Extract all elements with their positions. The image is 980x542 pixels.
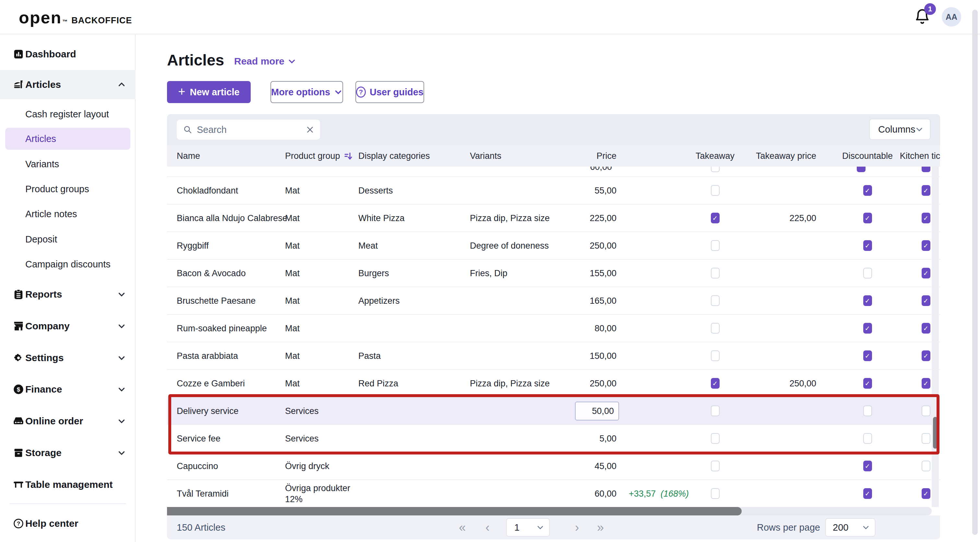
table-row[interactable]: Bianca alla Ndujo CalabreseMatWhite Pizz…	[167, 204, 940, 232]
checkbox[interactable]: ✓	[922, 488, 931, 499]
scrollbar-track[interactable]	[167, 507, 932, 515]
checkbox[interactable]	[711, 461, 720, 471]
checkbox[interactable]: ✓	[922, 213, 931, 223]
read-more-link[interactable]: Read more	[234, 56, 296, 67]
last-page-button[interactable]: »	[597, 521, 604, 534]
sidebar-item-variants[interactable]: Variants	[0, 157, 135, 171]
checkbox[interactable]	[711, 268, 720, 278]
sidebar-item-campaign-discounts[interactable]: Campaign discounts	[0, 257, 135, 271]
column-header-name[interactable]: Name	[167, 151, 285, 161]
sidebar-item-finance[interactable]: $ Finance	[0, 380, 135, 399]
checkbox[interactable]: ✓	[922, 268, 931, 278]
table-row[interactable]: Pasta arabbiataMatPasta150,00✓✓	[167, 342, 940, 369]
sidebar-item-articles[interactable]: Articles	[0, 70, 135, 99]
checkbox[interactable]: ✓	[863, 185, 872, 196]
checkbox[interactable]: ✓	[711, 378, 720, 389]
checkbox[interactable]	[711, 167, 720, 172]
sidebar-item-cash-register-layout[interactable]: Cash register layout	[0, 107, 135, 121]
checkbox[interactable]: ✓	[922, 240, 931, 251]
table-row[interactable]: Rum-soaked pineappleMat80,00✓✓	[167, 314, 940, 342]
search-input[interactable]	[197, 124, 294, 135]
checkbox[interactable]	[922, 433, 931, 444]
checkbox[interactable]: ✓	[863, 213, 872, 223]
checkbox[interactable]: ✓	[922, 378, 931, 389]
checkbox[interactable]: ✓	[863, 378, 872, 389]
table-row[interactable]: Service feeServices5,00	[167, 424, 940, 452]
page-scrollbar[interactable]	[972, 10, 978, 535]
sidebar-item-reports[interactable]: Reports	[0, 285, 135, 304]
checkbox[interactable]	[711, 240, 720, 251]
table-vertical-scrollbar[interactable]	[932, 167, 939, 507]
next-page-button[interactable]: ›	[575, 521, 579, 534]
checkbox[interactable]	[711, 295, 720, 306]
checkbox[interactable]: ✓	[711, 213, 720, 223]
checkbox[interactable]: ✓	[863, 295, 872, 306]
checkbox[interactable]	[711, 323, 720, 334]
table-row[interactable]: RyggbiffMatMeatDegree of doneness250,00✓…	[167, 232, 940, 259]
sidebar-item-online-order[interactable]: Online order	[0, 412, 135, 431]
checkbox[interactable]: ✓	[863, 323, 872, 334]
column-header-takeaway-price[interactable]: Takeaway price	[809, 151, 842, 161]
checkbox[interactable]	[711, 433, 720, 444]
table-row[interactable]: ChokladfondantMatDesserts55,00✓✓	[167, 176, 940, 204]
sidebar-item-dashboard[interactable]: Dashboard	[0, 44, 135, 64]
checkbox[interactable]	[711, 488, 720, 499]
column-header-kitchen-ticket[interactable]: Kitchen ticket	[893, 151, 940, 161]
avatar[interactable]: AA	[942, 7, 961, 27]
user-guides-button[interactable]: ? User guides	[355, 81, 424, 103]
clear-search-icon[interactable]	[306, 126, 314, 134]
price-input[interactable]: 50,00	[575, 402, 619, 420]
checkbox[interactable]: ✓	[863, 350, 872, 361]
checkbox[interactable]: ✓	[863, 461, 872, 471]
columns-dropdown[interactable]: Columns	[869, 119, 931, 140]
table-row[interactable]: Tvål TeramidiÖvriga produkter12%60,00✓✓+…	[167, 480, 940, 507]
checkbox[interactable]	[863, 405, 872, 416]
checkbox[interactable]: ✓	[863, 240, 872, 251]
clipped-table-row[interactable]: 60,00	[167, 167, 940, 176]
page-select[interactable]: 1	[506, 518, 550, 537]
checkbox[interactable]	[922, 461, 931, 471]
checkbox[interactable]	[711, 185, 720, 196]
scrollbar-thumb[interactable]	[933, 417, 937, 449]
sidebar-item-table-management[interactable]: Table management	[0, 475, 135, 494]
table-row[interactable]: Cozze e GamberiMatRed PizzaPizza dip, Pi…	[167, 369, 940, 397]
checkbox[interactable]	[857, 167, 865, 172]
brand-logo[interactable]: open ™ BACKOFFICE	[19, 8, 132, 27]
scrollbar-thumb[interactable]	[167, 507, 741, 515]
column-header-display-categories[interactable]: Display categories	[358, 151, 470, 161]
sidebar-item-company[interactable]: Company	[0, 316, 135, 336]
checkbox[interactable]	[711, 405, 720, 416]
sidebar-item-storage[interactable]: Storage	[0, 443, 135, 463]
checkbox[interactable]	[863, 433, 872, 444]
sidebar-item-product-groups[interactable]: Product groups	[0, 182, 135, 196]
checkbox[interactable]: ✓	[922, 350, 931, 361]
table-row[interactable]: CapuccinoÖvrig dryck45,00✓	[167, 452, 940, 480]
first-page-button[interactable]: «	[459, 521, 466, 534]
column-header-price[interactable]: Price	[573, 151, 621, 161]
checkbox[interactable]	[922, 167, 931, 172]
column-header-product-group[interactable]: Product group	[285, 151, 358, 161]
rows-per-page-select[interactable]: 200	[825, 518, 875, 537]
previous-page-button[interactable]: ‹	[485, 521, 490, 534]
sidebar-item-settings[interactable]: Settings	[0, 348, 135, 367]
table-horizontal-scrollbar[interactable]	[167, 507, 940, 515]
sidebar-item-articles-list[interactable]: Articles	[5, 128, 130, 150]
table-row[interactable]: Bruschette PaesaneMatAppetizers165,00✓✓	[167, 286, 940, 314]
sidebar-item-deposit[interactable]: Deposit	[0, 232, 135, 246]
column-header-variants[interactable]: Variants	[470, 151, 573, 161]
checkbox[interactable]: ✓	[922, 185, 931, 196]
checkbox[interactable]	[711, 350, 720, 361]
table-row[interactable]: Delivery serviceServices50,00	[167, 397, 940, 424]
sidebar-item-article-notes[interactable]: Article notes	[0, 207, 135, 221]
column-header-discountable[interactable]: Discountable	[842, 151, 893, 161]
sidebar-item-help-center[interactable]: ? Help center	[0, 514, 135, 533]
new-article-button[interactable]: + New article	[167, 81, 251, 103]
checkbox[interactable]	[863, 268, 872, 278]
table-row[interactable]: Bacon & AvocadoMatBurgersFries, Dip155,0…	[167, 259, 940, 286]
search-box[interactable]	[177, 119, 320, 140]
more-options-button[interactable]: More options	[270, 81, 343, 103]
checkbox[interactable]: ✓	[922, 295, 931, 306]
checkbox[interactable]	[922, 405, 931, 416]
checkbox[interactable]: ✓	[863, 488, 872, 499]
checkbox[interactable]: ✓	[922, 323, 931, 334]
